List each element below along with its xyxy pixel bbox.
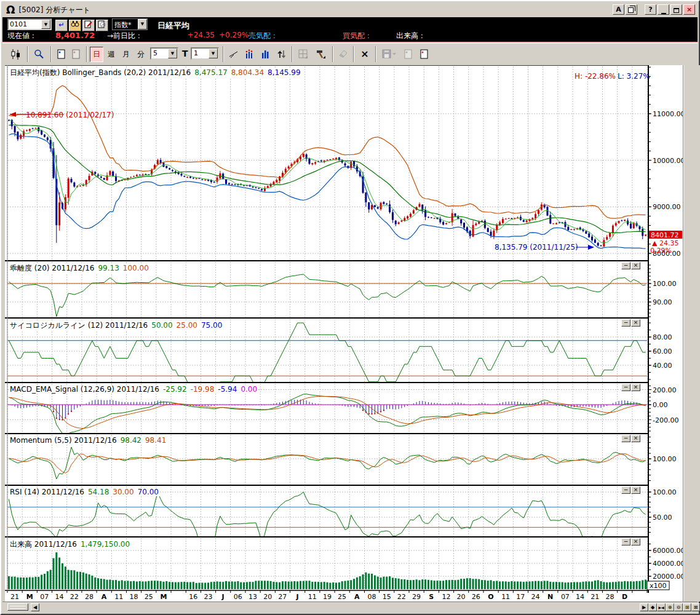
svg-text:100.00: 100.00 [653, 455, 677, 463]
chevron-down-icon[interactable]: ▼ [209, 49, 218, 58]
candlestick-chart-button[interactable] [7, 47, 23, 62]
grid-toggle-button[interactable]: ⊞ [683, 603, 691, 611]
indicator-pane-button[interactable] [258, 47, 273, 62]
panel-minimize-button-psych[interactable]: − [621, 319, 630, 327]
tick-interval-combo[interactable]: 1 ▼ [191, 47, 219, 60]
panel-value: 75.00 [201, 321, 222, 330]
svg-text:O: O [488, 593, 493, 601]
chevron-down-icon[interactable]: ▼ [168, 49, 177, 58]
svg-text:N: N [547, 593, 553, 601]
svg-text:11000.00: 11000.00 [653, 110, 683, 118]
panel-value: 98.42 [121, 436, 141, 445]
panel-close-button-momentum[interactable]: × [631, 435, 640, 442]
panel-value: 25.00 [177, 321, 197, 330]
svg-text:M: M [26, 593, 33, 601]
minute-interval-combo[interactable]: 5 ▼ [150, 47, 178, 60]
zoom-in-button[interactable]: ⊕ [666, 603, 674, 611]
chevron-down-icon[interactable]: ▼ [41, 20, 50, 29]
panel-minimize-button-macd[interactable]: − [621, 384, 630, 391]
category-combo[interactable]: 指数* ▼ [112, 18, 148, 30]
panel-close-button-rsi[interactable]: × [631, 486, 640, 494]
symbol-code-value: 0101 [9, 20, 41, 29]
svg-text:x100: x100 [650, 582, 667, 590]
svg-text:20000.00: 20000.00 [653, 573, 683, 581]
zoom-tool-button[interactable] [31, 47, 47, 62]
panel-close-button-psych[interactable]: × [631, 319, 640, 327]
close-panel-button[interactable]: ⊠ [691, 603, 700, 611]
close-button[interactable]: × [683, 4, 695, 15]
zoom-out-button[interactable]: ⊖ [674, 603, 683, 611]
font-button[interactable]: A [613, 4, 624, 15]
symbol-code-combo[interactable]: 0101 ▼ [7, 18, 52, 30]
pan-mode-button[interactable]: ◆ [648, 603, 657, 611]
svg-text:21: 21 [591, 593, 599, 601]
copy-page-button[interactable] [69, 47, 84, 62]
svg-text:22: 22 [397, 593, 406, 601]
eraser-icon [338, 49, 348, 58]
svg-text:40.00: 40.00 [653, 362, 672, 370]
scroll-right-button[interactable]: ▶ [640, 603, 648, 611]
panel-minimize-button-momentum[interactable]: − [621, 435, 630, 442]
period-monthly-button[interactable]: 月 [119, 47, 133, 62]
panel-minimize-button-rsi[interactable]: − [621, 486, 630, 494]
clear-drawing-button[interactable] [96, 20, 108, 31]
period-daily-button[interactable]: 日 [90, 47, 103, 62]
svg-text:13: 13 [249, 593, 257, 601]
load-page-button[interactable] [401, 47, 416, 62]
panel-close-button-macd[interactable]: × [631, 384, 640, 391]
tools-menu-button[interactable] [312, 47, 328, 62]
minute-interval-value: 5 [151, 49, 168, 58]
trendline-tool-button[interactable] [226, 47, 241, 62]
panel-title: MACD_EMA_Signal (12,26,9) 2011/12/16 [10, 385, 159, 394]
panel-minimize-button-volume[interactable]: − [621, 538, 630, 546]
chart-area[interactable]: 21M07142228A111825M1623J06132027J111925A… [2, 65, 700, 601]
high-annotation: 10,891.60 (2011/02/17) [26, 111, 114, 119]
maximize-button[interactable] [670, 4, 682, 15]
panel-title: 日経平均(指数) Bollinger_Bands (20,2) 2011/12/… [10, 68, 191, 77]
panel-value: 50.00 [151, 321, 172, 330]
bid-label: 買気配： [343, 31, 372, 41]
svg-text:60.00: 60.00 [653, 347, 672, 355]
minimize-button[interactable] [658, 4, 669, 15]
search-binoculars-button[interactable] [69, 20, 81, 31]
panel-close-button-volume[interactable]: × [631, 538, 640, 546]
page-icon [57, 49, 66, 59]
svg-text:24: 24 [531, 593, 540, 601]
panel-value: -19.98 [191, 385, 215, 394]
minimize-icon [661, 13, 666, 14]
sort-updown-button[interactable] [274, 47, 289, 62]
copy-window-button[interactable] [626, 4, 637, 15]
panel-title: 乖離度 (20) 2011/12/16 [10, 264, 94, 272]
fit-width-button[interactable]: ▶◀ [657, 603, 666, 611]
eraser-button[interactable] [336, 47, 351, 62]
panel-close-button-kairi[interactable]: × [631, 262, 640, 269]
svg-text:A: A [354, 593, 360, 601]
svg-text:-200.00: -200.00 [653, 416, 678, 424]
chevron-down-icon[interactable]: ▼ [138, 19, 147, 30]
chart-canvas[interactable]: 21M07142228A111825M1623J06132027J111925A… [2, 65, 683, 601]
indicator-overlay-button[interactable] [242, 47, 257, 62]
enter-button[interactable]: ↵ [55, 20, 68, 31]
period-minute-button[interactable]: 分 [134, 47, 148, 62]
change-value: +24.35 [178, 31, 215, 39]
svg-text:14: 14 [55, 593, 64, 601]
export-page-button[interactable] [417, 47, 432, 62]
panel-minimize-button-kairi[interactable]: − [621, 262, 630, 269]
grid-layout-button[interactable] [295, 47, 311, 62]
tick-interval-value: 1 [192, 49, 209, 58]
svg-text:8401.72: 8401.72 [651, 231, 679, 239]
new-page-button[interactable] [54, 47, 69, 62]
scrollbar-thumb[interactable] [7, 603, 28, 611]
save-menu-button[interactable] [379, 47, 400, 62]
bottom-scrollbar: ◀ ▶◆▶◀⊕⊖⊞⊠ [2, 601, 698, 611]
candlestick-icon [10, 49, 20, 60]
scroll-left-button[interactable]: ◀ [31, 603, 39, 611]
svg-text:28: 28 [605, 593, 614, 601]
period-weekly-button[interactable]: 週 [105, 47, 118, 62]
page-icon [420, 49, 429, 59]
delete-all-button[interactable]: × [357, 47, 373, 62]
panel-value: -5.94 [218, 385, 237, 394]
ask-label: 売気配： [249, 31, 278, 41]
edit-button[interactable] [82, 20, 95, 31]
help-button[interactable]: ? [645, 4, 656, 15]
